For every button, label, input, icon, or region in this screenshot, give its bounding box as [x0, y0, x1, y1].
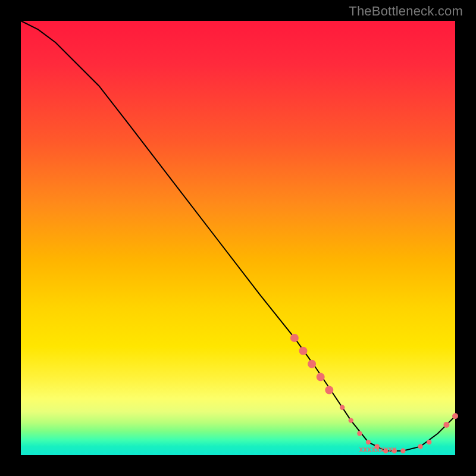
bottleneck-curve — [21, 21, 455, 451]
watermark-text: TheBottleneck.com — [349, 4, 463, 19]
marker-point — [299, 347, 308, 355]
chart-frame: TheBottleneck.com XXXXXXXXX — [0, 0, 476, 476]
marker-point — [317, 373, 325, 381]
marker-point — [357, 431, 362, 436]
marker-point — [325, 386, 333, 394]
marker-point — [308, 360, 316, 368]
marker-point — [443, 422, 449, 428]
marker-point — [418, 444, 422, 449]
marker-point — [366, 440, 371, 444]
marker-point — [290, 334, 299, 342]
marker-point — [452, 413, 458, 419]
marker-group — [290, 334, 458, 453]
curve-svg — [21, 21, 455, 455]
marker-point — [349, 418, 353, 422]
curve-annotation-label: XXXXXXXXX — [359, 447, 397, 453]
plot-area: XXXXXXXXX — [21, 21, 455, 455]
marker-point — [400, 449, 405, 453]
marker-point — [340, 405, 345, 410]
marker-point — [427, 440, 431, 444]
